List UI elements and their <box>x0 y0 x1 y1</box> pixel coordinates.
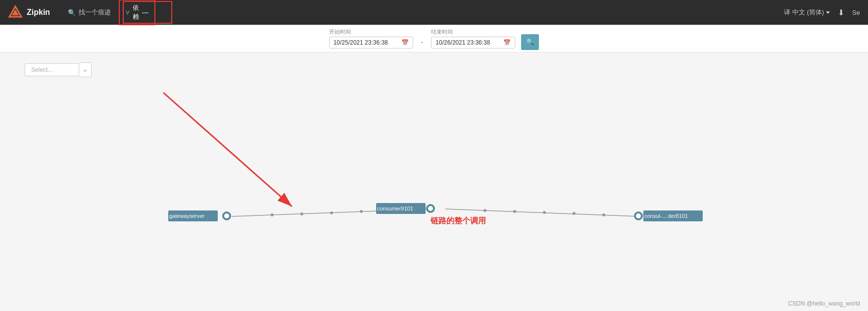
end-time-label: 结束时间 <box>431 28 453 36</box>
svg-point-14 <box>602 213 605 216</box>
main-content: Select... gatewayserver consumer9101 <box>0 52 868 311</box>
start-time-input[interactable]: 10/25/2021 23:36:38 📅 <box>329 37 413 49</box>
calendar-icon-end: 📅 <box>503 39 511 46</box>
start-time-value: 10/25/2021 23:36:38 <box>334 39 388 46</box>
search-button[interactable]: 🔍 <box>521 34 539 50</box>
svg-point-24 <box>636 213 641 218</box>
dependency-nav-icon: ⑂ <box>126 9 130 16</box>
svg-point-3 <box>271 213 274 216</box>
svg-point-4 <box>300 212 303 215</box>
logo-area: Zipkin <box>8 5 50 20</box>
end-time-group: 结束时间 10/26/2021 23:36:38 📅 <box>431 28 515 49</box>
dependency-graph: gatewayserver consumer9101 consul-....de… <box>0 52 868 311</box>
se-label: Se <box>852 9 860 16</box>
nav-search[interactable]: 🔍 找一个痕迹 <box>62 5 117 20</box>
header-nav: 🔍 找一个痕迹 ⑂ 依赖 <box>62 0 155 25</box>
watermark: CSDN @hello_wang_world <box>788 300 860 307</box>
toolbar: 开始时间 10/25/2021 23:36:38 📅 - 结束时间 10/26/… <box>0 25 868 52</box>
svg-line-28 <box>163 93 292 207</box>
search-icon: 🔍 <box>526 38 534 46</box>
nav-underline <box>142 12 148 13</box>
nav-dependency-label: 依赖 <box>133 3 139 21</box>
download-button[interactable]: ⬇ <box>838 8 844 17</box>
svg-text:consumer9101: consumer9101 <box>377 206 413 211</box>
svg-point-6 <box>360 210 363 213</box>
svg-point-12 <box>543 211 546 214</box>
logo-icon <box>8 5 23 20</box>
app-name: Zipkin <box>27 8 50 17</box>
calendar-icon: 📅 <box>401 39 409 46</box>
svg-point-18 <box>224 213 229 218</box>
svg-text:consul-....der8101: consul-....der8101 <box>644 213 688 219</box>
svg-line-9 <box>445 209 638 216</box>
language-selector[interactable]: 译 中文 (简体) <box>784 8 830 17</box>
app-header: Zipkin 🔍 找一个痕迹 ⑂ 依赖 译 中文 (简体) ⬇ Se <box>0 0 868 25</box>
nav-search-label: 找一个痕迹 <box>79 8 111 17</box>
svg-point-10 <box>483 209 486 212</box>
end-time-value: 10/26/2021 23:36:38 <box>435 39 490 46</box>
svg-point-5 <box>330 211 333 214</box>
svg-point-13 <box>573 212 576 215</box>
time-separator: - <box>421 31 424 46</box>
start-time-group: 开始时间 10/25/2021 23:36:38 📅 <box>329 28 413 49</box>
svg-text:gatewayserver: gatewayserver <box>169 213 205 219</box>
annotation-text: 链路的整个调用 <box>431 216 486 226</box>
svg-point-22 <box>428 206 433 211</box>
translate-icon: 译 <box>784 8 790 17</box>
nav-dependency[interactable]: ⑂ 依赖 <box>119 0 155 25</box>
start-time-label: 开始时间 <box>329 28 351 36</box>
svg-point-11 <box>513 210 516 213</box>
chevron-down-icon <box>826 11 830 14</box>
header-right: 译 中文 (简体) ⬇ Se <box>784 8 860 17</box>
lang-label: 中文 (简体) <box>792 8 824 17</box>
end-time-input[interactable]: 10/26/2021 23:36:38 📅 <box>431 37 515 49</box>
search-nav-icon: 🔍 <box>68 9 76 16</box>
